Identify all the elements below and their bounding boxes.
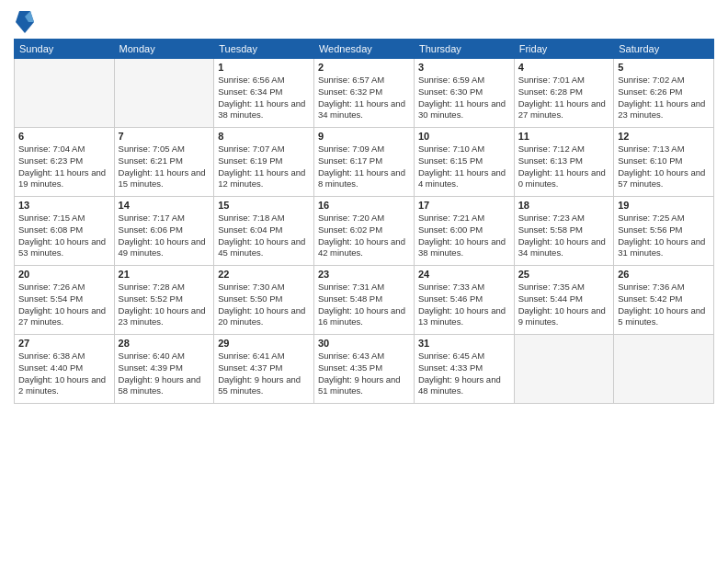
calendar-header-cell: Monday (114, 40, 214, 59)
day-number: 14 (119, 200, 210, 211)
day-number: 1 (218, 62, 310, 73)
calendar-day-cell: 11Sunrise: 7:12 AM Sunset: 6:13 PM Dayli… (514, 128, 614, 197)
day-info: Sunrise: 6:56 AM Sunset: 6:34 PM Dayligh… (218, 75, 310, 121)
calendar-header-cell: Friday (514, 40, 614, 59)
day-number: 13 (18, 200, 110, 211)
day-number: 30 (318, 338, 410, 349)
day-number: 17 (418, 200, 510, 211)
day-number: 15 (218, 200, 310, 211)
logo (14, 9, 34, 35)
day-info: Sunrise: 7:01 AM Sunset: 6:28 PM Dayligh… (518, 75, 610, 121)
calendar-day-cell: 30Sunrise: 6:43 AM Sunset: 4:35 PM Dayli… (313, 335, 414, 404)
day-info: Sunrise: 7:36 AM Sunset: 5:42 PM Dayligh… (618, 282, 710, 328)
day-info: Sunrise: 6:40 AM Sunset: 4:39 PM Dayligh… (119, 350, 210, 397)
day-info: Sunrise: 7:17 AM Sunset: 6:06 PM Dayligh… (119, 213, 210, 259)
day-info: Sunrise: 7:04 AM Sunset: 6:23 PM Dayligh… (18, 144, 110, 190)
day-info: Sunrise: 6:38 AM Sunset: 4:40 PM Dayligh… (18, 350, 110, 397)
day-number: 16 (318, 200, 410, 211)
calendar-day-cell: 20Sunrise: 7:26 AM Sunset: 5:54 PM Dayli… (15, 266, 115, 335)
day-number: 4 (518, 62, 610, 73)
calendar-header-cell: Sunday (15, 40, 115, 59)
day-info: Sunrise: 7:13 AM Sunset: 6:10 PM Dayligh… (618, 144, 710, 190)
day-number: 6 (18, 131, 110, 142)
day-number: 5 (618, 62, 710, 73)
calendar-day-cell: 9Sunrise: 7:09 AM Sunset: 6:17 PM Daylig… (313, 128, 414, 197)
day-info: Sunrise: 7:30 AM Sunset: 5:50 PM Dayligh… (218, 282, 310, 328)
calendar-day-cell: 29Sunrise: 6:41 AM Sunset: 4:37 PM Dayli… (214, 335, 314, 404)
day-info: Sunrise: 7:07 AM Sunset: 6:19 PM Dayligh… (218, 144, 310, 190)
day-number: 8 (218, 131, 310, 142)
day-info: Sunrise: 6:45 AM Sunset: 4:33 PM Dayligh… (418, 350, 510, 397)
calendar-day-cell (15, 59, 115, 128)
day-info: Sunrise: 7:12 AM Sunset: 6:13 PM Dayligh… (518, 144, 610, 190)
day-info: Sunrise: 7:10 AM Sunset: 6:15 PM Dayligh… (418, 144, 510, 190)
calendar-day-cell: 10Sunrise: 7:10 AM Sunset: 6:15 PM Dayli… (414, 128, 514, 197)
calendar-day-cell: 1Sunrise: 6:56 AM Sunset: 6:34 PM Daylig… (214, 59, 314, 128)
day-number: 18 (518, 200, 610, 211)
day-number: 28 (119, 338, 210, 349)
day-number: 9 (318, 131, 410, 142)
calendar-day-cell: 18Sunrise: 7:23 AM Sunset: 5:58 PM Dayli… (514, 197, 614, 266)
calendar-table: SundayMondayTuesdayWednesdayThursdayFrid… (14, 39, 714, 404)
day-number: 31 (418, 338, 510, 349)
day-number: 24 (418, 269, 510, 280)
calendar-day-cell: 31Sunrise: 6:45 AM Sunset: 4:33 PM Dayli… (414, 335, 514, 404)
calendar-day-cell: 2Sunrise: 6:57 AM Sunset: 6:32 PM Daylig… (313, 59, 414, 128)
day-info: Sunrise: 7:33 AM Sunset: 5:46 PM Dayligh… (418, 282, 510, 328)
day-info: Sunrise: 7:31 AM Sunset: 5:48 PM Dayligh… (318, 282, 410, 328)
calendar-day-cell: 6Sunrise: 7:04 AM Sunset: 6:23 PM Daylig… (15, 128, 115, 197)
calendar-body: 1Sunrise: 6:56 AM Sunset: 6:34 PM Daylig… (15, 59, 714, 404)
day-info: Sunrise: 6:43 AM Sunset: 4:35 PM Dayligh… (318, 350, 410, 397)
day-number: 11 (518, 131, 610, 142)
day-info: Sunrise: 7:23 AM Sunset: 5:58 PM Dayligh… (518, 213, 610, 259)
day-number: 29 (218, 338, 310, 349)
day-number: 2 (318, 62, 410, 73)
day-number: 21 (119, 269, 210, 280)
day-info: Sunrise: 7:02 AM Sunset: 6:26 PM Dayligh… (618, 75, 710, 121)
calendar-day-cell (114, 59, 214, 128)
day-number: 19 (618, 200, 710, 211)
calendar-day-cell: 17Sunrise: 7:21 AM Sunset: 6:00 PM Dayli… (414, 197, 514, 266)
logo-icon (16, 9, 34, 35)
day-number: 3 (418, 62, 510, 73)
calendar-day-cell: 23Sunrise: 7:31 AM Sunset: 5:48 PM Dayli… (313, 266, 414, 335)
day-info: Sunrise: 6:41 AM Sunset: 4:37 PM Dayligh… (218, 350, 310, 397)
day-info: Sunrise: 7:21 AM Sunset: 6:00 PM Dayligh… (418, 213, 510, 259)
header (14, 9, 714, 35)
calendar-day-cell: 3Sunrise: 6:59 AM Sunset: 6:30 PM Daylig… (414, 59, 514, 128)
day-info: Sunrise: 6:59 AM Sunset: 6:30 PM Dayligh… (418, 75, 510, 121)
calendar-header-cell: Thursday (414, 40, 514, 59)
calendar-day-cell: 27Sunrise: 6:38 AM Sunset: 4:40 PM Dayli… (15, 335, 115, 404)
calendar-week-row: 13Sunrise: 7:15 AM Sunset: 6:08 PM Dayli… (15, 197, 714, 266)
calendar-day-cell: 26Sunrise: 7:36 AM Sunset: 5:42 PM Dayli… (614, 266, 714, 335)
day-number: 22 (218, 269, 310, 280)
day-info: Sunrise: 7:28 AM Sunset: 5:52 PM Dayligh… (119, 282, 210, 328)
calendar-day-cell: 7Sunrise: 7:05 AM Sunset: 6:21 PM Daylig… (114, 128, 214, 197)
calendar-header-cell: Saturday (614, 40, 714, 59)
day-info: Sunrise: 7:05 AM Sunset: 6:21 PM Dayligh… (119, 144, 210, 190)
day-info: Sunrise: 7:25 AM Sunset: 5:56 PM Dayligh… (618, 213, 710, 259)
calendar-header-row: SundayMondayTuesdayWednesdayThursdayFrid… (15, 40, 714, 59)
calendar-day-cell (614, 335, 714, 404)
calendar-day-cell: 14Sunrise: 7:17 AM Sunset: 6:06 PM Dayli… (114, 197, 214, 266)
day-info: Sunrise: 7:18 AM Sunset: 6:04 PM Dayligh… (218, 213, 310, 259)
calendar-day-cell: 4Sunrise: 7:01 AM Sunset: 6:28 PM Daylig… (514, 59, 614, 128)
day-info: Sunrise: 7:20 AM Sunset: 6:02 PM Dayligh… (318, 213, 410, 259)
calendar-day-cell: 13Sunrise: 7:15 AM Sunset: 6:08 PM Dayli… (15, 197, 115, 266)
calendar-day-cell: 25Sunrise: 7:35 AM Sunset: 5:44 PM Dayli… (514, 266, 614, 335)
calendar-day-cell: 12Sunrise: 7:13 AM Sunset: 6:10 PM Dayli… (614, 128, 714, 197)
calendar-week-row: 1Sunrise: 6:56 AM Sunset: 6:34 PM Daylig… (15, 59, 714, 128)
day-info: Sunrise: 7:09 AM Sunset: 6:17 PM Dayligh… (318, 144, 410, 190)
calendar-day-cell: 21Sunrise: 7:28 AM Sunset: 5:52 PM Dayli… (114, 266, 214, 335)
calendar-week-row: 27Sunrise: 6:38 AM Sunset: 4:40 PM Dayli… (15, 335, 714, 404)
day-number: 7 (119, 131, 210, 142)
day-info: Sunrise: 7:26 AM Sunset: 5:54 PM Dayligh… (18, 282, 110, 328)
calendar-day-cell: 19Sunrise: 7:25 AM Sunset: 5:56 PM Dayli… (614, 197, 714, 266)
day-info: Sunrise: 7:35 AM Sunset: 5:44 PM Dayligh… (518, 282, 610, 328)
calendar-day-cell: 8Sunrise: 7:07 AM Sunset: 6:19 PM Daylig… (214, 128, 314, 197)
calendar-day-cell: 22Sunrise: 7:30 AM Sunset: 5:50 PM Dayli… (214, 266, 314, 335)
calendar-week-row: 6Sunrise: 7:04 AM Sunset: 6:23 PM Daylig… (15, 128, 714, 197)
day-number: 20 (18, 269, 110, 280)
day-number: 10 (418, 131, 510, 142)
day-info: Sunrise: 7:15 AM Sunset: 6:08 PM Dayligh… (18, 213, 110, 259)
